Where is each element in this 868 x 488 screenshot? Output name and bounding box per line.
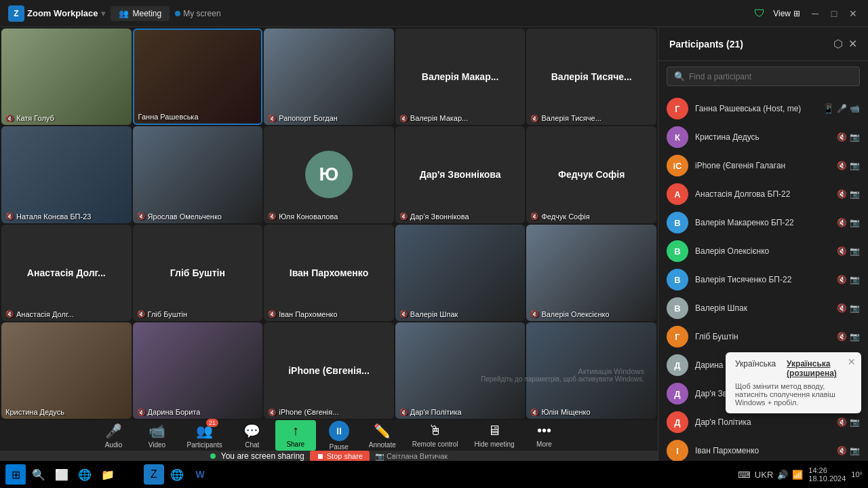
participant-item-7[interactable]: ВВалерія Шпак🔇📷 <box>658 294 868 322</box>
tile-name-12: 🔇Гліб Буштін <box>137 310 259 318</box>
tile-18[interactable]: iPhone (Євгенія...🔇iPhone (Євгенія... <box>264 322 394 419</box>
tile-11[interactable]: Анастасія Долг...🔇Анастасія Долг... <box>1 225 132 321</box>
tile-name-13: 🔇Іван Пархоменко <box>268 310 390 318</box>
lang-header: Українська Українська (розширена) <box>735 359 852 378</box>
taskbar-left: ⊞ 🔍 ⬜ 🌐 📁 ✉ Z 🌐 W <box>5 464 210 485</box>
meeting-tab[interactable]: 👥 Meeting <box>111 6 170 21</box>
tile-14[interactable]: 🔇Валерія Шпак <box>395 225 526 321</box>
tile-name-5: 🔇Валерія Тисяче... <box>530 114 652 122</box>
participant-item-4[interactable]: ВВалерія Макаренко БП-22🔇📷 <box>658 208 868 237</box>
tile-8[interactable]: Ю🔇Юля Коновалова <box>264 126 394 223</box>
tile-16[interactable]: Кристина Дедусь <box>1 322 132 419</box>
tile-name-2: Ганна Рашевська <box>138 113 258 121</box>
explorer-icon[interactable]: 📁 <box>98 464 118 485</box>
top-bar-left: Z Zoom Workplace ▾ 👥 Meeting My screen <box>8 5 221 22</box>
close-keyboard-popup[interactable]: ✕ <box>848 356 856 367</box>
popout-button[interactable]: ⬡ <box>833 37 843 50</box>
close-button[interactable]: ✕ <box>846 7 860 20</box>
more-label: More <box>536 440 552 448</box>
hide-icon: 🖥 <box>488 423 501 438</box>
top-bar-right: 🛡 View ⊞ ─ □ ✕ <box>754 7 860 20</box>
participant-item-1[interactable]: ККристина Дедусь🔇📷 <box>658 123 868 151</box>
system-tray: ⌨ UKR 🔊 📶 <box>738 470 803 480</box>
panel-title: Participants (21) <box>669 39 743 50</box>
chrome-icon[interactable]: 🌐 <box>167 464 187 485</box>
remote-control-button[interactable]: 🖱 Remote control <box>406 420 465 451</box>
participant-item-6[interactable]: ВВалерія Тисяченко БП-22🔇📷 <box>658 265 868 294</box>
keyboard-tray-icon[interactable]: ⌨ <box>738 470 751 480</box>
time: 14:26 <box>808 466 846 474</box>
speaker-icon[interactable]: 🔊 <box>777 470 788 480</box>
tile-name-4: 🔇Валерія Макар... <box>399 114 521 122</box>
close-panel-button[interactable]: ✕ <box>848 37 857 50</box>
hide-meeting-button[interactable]: 🖥 Hide meeting <box>468 420 521 451</box>
tile-9[interactable]: Дар'я Звоннікова🔇Дар'я Звоннікова <box>395 126 526 223</box>
tile-13[interactable]: Іван Пархоменко🔇Іван Пархоменко <box>264 225 394 321</box>
lang-tray[interactable]: UKR <box>755 470 773 480</box>
remote-label: Remote control <box>412 440 458 448</box>
share-label: Share <box>286 440 304 448</box>
word-icon[interactable]: W <box>190 464 210 485</box>
chat-button-top[interactable]: 💬 Chat <box>232 420 273 451</box>
minimize-button[interactable]: ─ <box>808 7 822 20</box>
start-button[interactable]: ⊞ <box>5 464 26 485</box>
participant-item-0[interactable]: ГГанна Рашевська (Host, me)📱🎤📹 <box>658 94 868 123</box>
tile-4[interactable]: Валерія Макар...🔇Валерія Макар... <box>395 29 526 125</box>
edge-icon[interactable]: 🌐 <box>75 464 95 485</box>
share-button-top[interactable]: ↑ Share <box>275 420 316 451</box>
chat-icon: 💬 <box>243 423 260 439</box>
tile-name-14: 🔇Валерія Шпак <box>399 310 521 318</box>
tile-12[interactable]: Гліб Буштін🔇Гліб Буштін <box>133 225 263 321</box>
dropdown-arrow[interactable]: ▾ <box>101 9 105 18</box>
tile-10[interactable]: Федчук Софія🔇Федчук Софія <box>526 126 656 223</box>
view-button[interactable]: View ⊞ <box>773 9 800 18</box>
more-button-top[interactable]: ••• More <box>524 420 565 451</box>
participant-item-3[interactable]: ААнастасія Долгова БП-22🔇📷 <box>658 180 868 208</box>
audio-button[interactable]: 🎤 Audio <box>93 420 134 451</box>
zoom-taskbar-icon[interactable]: Z <box>144 464 164 485</box>
participant-item-2[interactable]: iCiPhone (Євгенія Галаган🔇📷 <box>658 151 868 180</box>
video-grid: 🔇Катя ГолубГанна Рашевська🔇Рапопорт Богд… <box>0 27 658 420</box>
zoom-logo: Z Zoom Workplace ▾ <box>8 5 105 22</box>
meeting-tab-label: Meeting <box>133 9 162 18</box>
stop-share-button[interactable]: ⏹ Stop share <box>310 451 370 462</box>
annotate-icon: ✏️ <box>374 423 391 439</box>
maximize-button[interactable]: □ <box>827 7 841 20</box>
toolbar-top: 🎤 Audio 📹 Video 👥 21 Participants 💬 Chat… <box>0 420 658 451</box>
participant-item-5[interactable]: ВВалерія Олексієнко🔇📷 <box>658 237 868 265</box>
app-title: Zoom Workplace <box>27 8 98 18</box>
lang-option-2[interactable]: Українська (розширена) <box>787 359 852 378</box>
task-view[interactable]: ⬜ <box>52 464 72 485</box>
taskbar: ⊞ 🔍 ⬜ 🌐 📁 ✉ Z 🌐 W ⌨ UKR 🔊 📶 14:26 18.10.… <box>0 461 868 488</box>
tile-name-19: 🔇Дар'я Політика <box>399 408 521 416</box>
participant-item-8[interactable]: ГГліб Буштін🔇📷 <box>658 322 868 351</box>
tile-2[interactable]: Ганна Рашевська <box>133 29 263 125</box>
participants-label: Participants <box>186 441 222 449</box>
tile-name-16: Кристина Дедусь <box>5 408 127 416</box>
tile-15[interactable]: 🔇Валерія Олексієнко <box>526 225 656 321</box>
tile-20[interactable]: 🔇Юлія Міщенко <box>526 322 656 419</box>
tile-name-7: 🔇Ярослав Омельченко <box>137 212 259 221</box>
tile-1[interactable]: 🔇Катя Голуб <box>1 29 132 125</box>
tile-5[interactable]: Валерія Тисяче...🔇Валерія Тисяче... <box>526 29 656 125</box>
tile-19[interactable]: 🔇Дар'я Політика <box>395 322 526 419</box>
network-icon[interactable]: 📶 <box>792 470 803 480</box>
tile-3[interactable]: 🔇Рапопорт Богдан <box>264 29 394 125</box>
participants-button[interactable]: 👥 21 Participants <box>180 420 229 451</box>
audio-icon: 🎤 <box>105 423 122 439</box>
tile-name-20: 🔇Юлія Міщенко <box>530 408 652 416</box>
search-box[interactable]: 🔍 <box>667 67 860 86</box>
pause-button[interactable]: ⏸ Pause <box>319 418 359 453</box>
search-taskbar[interactable]: 🔍 <box>28 464 49 485</box>
search-input[interactable] <box>689 72 852 81</box>
screen-tab[interactable]: My screen <box>175 9 220 18</box>
tile-17[interactable]: 🔇Дарина Борита <box>133 322 263 419</box>
tile-7[interactable]: 🔇Ярослав Омельченко <box>133 126 263 223</box>
tile-6[interactable]: 🔇Наталя Конєва БП-23 <box>1 126 132 223</box>
remote-icon: 🖱 <box>429 423 442 438</box>
tile-name-18: 🔇iPhone (Євгенія... <box>268 408 390 416</box>
mail-icon[interactable]: ✉ <box>121 464 141 485</box>
video-button[interactable]: 📹 Video <box>136 420 177 451</box>
lang-option-1[interactable]: Українська <box>735 359 776 378</box>
annotate-button[interactable]: ✏️ Annotate <box>362 420 403 451</box>
